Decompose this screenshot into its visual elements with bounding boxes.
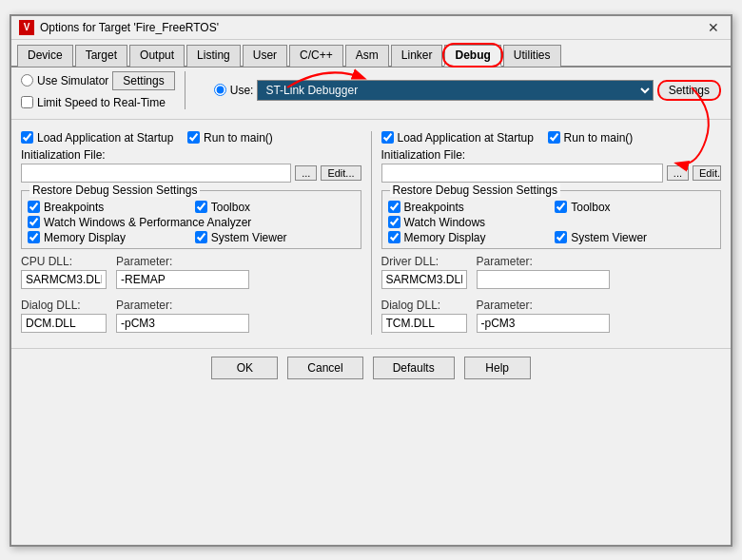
right-dialog-param-label: Parameter: (477, 299, 610, 312)
left-init-file-input[interactable] (21, 164, 291, 183)
right-driver-param-label: Parameter: (477, 255, 610, 268)
right-run-main-checkbox[interactable] (548, 131, 560, 144)
window-title: Options for Target 'Fire_FreeRTOS' (40, 21, 219, 34)
right-run-main-label: Run to main() (564, 131, 634, 145)
left-cpu-dll-label: CPU DLL: (21, 255, 107, 268)
tab-cpp[interactable]: C/C++ (289, 45, 343, 67)
right-system-viewer-checkbox[interactable] (555, 231, 567, 243)
left-load-app-label: Load Application at Startup (37, 131, 173, 145)
left-watch-windows-label: Watch Windows & Performance Analyzer (44, 216, 251, 229)
left-cpu-dll-input[interactable] (21, 270, 107, 289)
right-init-file-label: Initialization File: (381, 148, 722, 162)
left-edit-button[interactable]: Edit... (321, 165, 361, 181)
right-dialog-param-input[interactable] (477, 314, 610, 333)
right-toolbox-label: Toolbox (571, 201, 610, 214)
right-toolbox-checkbox[interactable] (555, 201, 567, 213)
left-dialog-param-label: Parameter: (116, 299, 249, 312)
right-breakpoints-label: Breakpoints (404, 201, 464, 214)
right-edit-button[interactable]: Edit... (693, 165, 721, 181)
left-memory-display-checkbox[interactable] (28, 231, 40, 243)
left-memory-display-label: Memory Display (44, 231, 126, 244)
use-debugger-radio[interactable] (214, 84, 226, 96)
right-dialog-dll-input[interactable] (381, 314, 467, 333)
left-load-app-checkbox[interactable] (21, 131, 33, 144)
right-init-file-input[interactable] (381, 164, 663, 183)
right-dialog-dll-label: Dialog DLL: (381, 299, 467, 312)
cancel-button[interactable]: Cancel (287, 357, 362, 379)
limit-speed-checkbox[interactable] (21, 96, 33, 108)
left-dialog-dll-input[interactable] (21, 314, 107, 333)
tab-utilities[interactable]: Utilities (503, 45, 561, 67)
right-watch-windows-checkbox[interactable] (388, 216, 400, 228)
left-breakpoints-label: Breakpoints (44, 201, 104, 214)
simulator-label: Use Simulator (37, 74, 108, 87)
tab-user[interactable]: User (243, 45, 287, 67)
left-breakpoints-checkbox[interactable] (28, 201, 40, 213)
left-toolbox-label: Toolbox (211, 201, 250, 214)
bottom-bar: OK Cancel Defaults Help (11, 348, 731, 387)
left-dialog-dll-label: Dialog DLL: (21, 299, 107, 312)
simulator-radio[interactable] (21, 74, 33, 87)
right-driver-param-input[interactable] (477, 270, 610, 289)
debugger-select[interactable]: ST-Link Debugger (257, 80, 653, 101)
window-icon: V (19, 20, 34, 35)
right-driver-dll-label: Driver DLL: (381, 255, 467, 268)
ok-button[interactable]: OK (211, 357, 278, 379)
left-run-main-label: Run to main() (204, 131, 273, 145)
left-watch-windows-checkbox[interactable] (28, 216, 40, 228)
limit-speed-label: Limit Speed to Real-Time (37, 96, 166, 109)
left-system-viewer-label: System Viewer (211, 231, 287, 244)
tab-device[interactable]: Device (17, 45, 73, 67)
left-toolbox-checkbox[interactable] (195, 201, 207, 213)
debugger-settings-button[interactable]: Settings (657, 80, 721, 101)
tab-debug[interactable]: Debug (444, 45, 500, 67)
right-load-app-label: Load Application at Startup (398, 131, 534, 145)
right-browse-button[interactable]: ... (667, 165, 689, 181)
right-memory-display-checkbox[interactable] (388, 231, 400, 243)
left-cpu-param-input[interactable] (116, 270, 249, 289)
right-restore-group-title: Restore Debug Session Settings (390, 183, 560, 197)
left-cpu-param-label: Parameter: (116, 255, 249, 268)
defaults-button[interactable]: Defaults (373, 357, 455, 379)
tab-linker[interactable]: Linker (391, 45, 443, 67)
right-driver-dll-input[interactable] (381, 270, 467, 289)
right-load-app-checkbox[interactable] (381, 131, 394, 144)
tab-listing[interactable]: Listing (186, 45, 241, 67)
tab-target[interactable]: Target (75, 45, 127, 67)
left-init-file-label: Initialization File: (21, 148, 361, 162)
close-button[interactable]: ✕ (704, 20, 723, 35)
right-breakpoints-checkbox[interactable] (388, 201, 400, 213)
right-memory-display-label: Memory Display (404, 231, 486, 244)
tab-bar: Device Target Output Listing User C/C++ … (11, 40, 731, 68)
left-browse-button[interactable]: ... (295, 165, 317, 181)
left-restore-group-title: Restore Debug Session Settings (29, 183, 200, 197)
left-run-main-checkbox[interactable] (187, 131, 200, 144)
right-watch-windows-label: Watch Windows (404, 216, 486, 229)
left-dialog-param-input[interactable] (116, 314, 249, 333)
help-button[interactable]: Help (464, 357, 531, 379)
right-system-viewer-label: System Viewer (571, 231, 647, 244)
simulator-settings-button[interactable]: Settings (112, 71, 174, 90)
use-label: Use: (230, 84, 254, 97)
left-system-viewer-checkbox[interactable] (195, 231, 207, 243)
tab-output[interactable]: Output (129, 45, 185, 67)
tab-asm[interactable]: Asm (345, 45, 389, 67)
